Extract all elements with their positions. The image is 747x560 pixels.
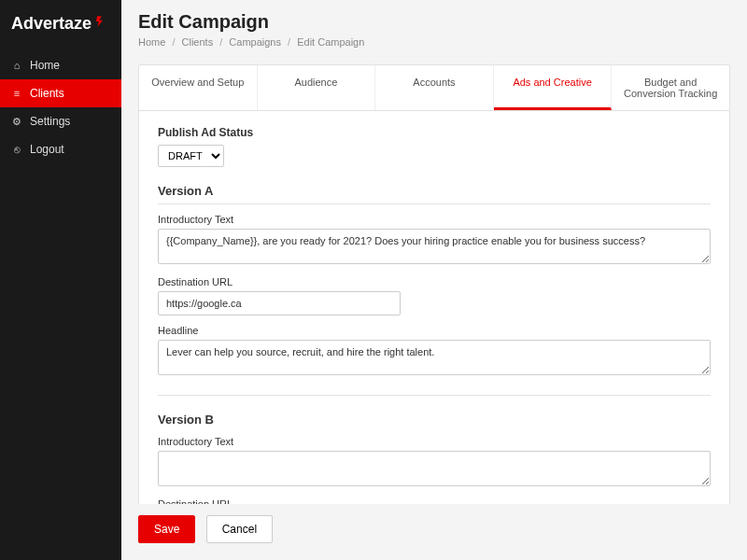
version-b-title: Version B: [158, 413, 711, 427]
breadcrumb-link[interactable]: Campaigns: [229, 36, 281, 48]
url-label-a: Destination URL: [158, 276, 711, 287]
intro-label-a: Introductory Text: [158, 214, 711, 225]
list-icon: ≡: [11, 88, 22, 99]
footer: Save Cancel: [121, 504, 747, 560]
save-button[interactable]: Save: [138, 515, 195, 543]
headline-label-a: Headline: [158, 325, 711, 336]
sidebar-item-label: Clients: [30, 87, 64, 100]
divider: [158, 203, 711, 204]
home-icon: ⌂: [11, 60, 22, 71]
headline-a[interactable]: Lever can help you source, recruit, and …: [158, 340, 711, 375]
breadcrumb-sep: /: [219, 36, 222, 48]
gear-icon: ⚙: [11, 116, 22, 128]
status-select[interactable]: DRAFT: [158, 145, 224, 167]
nav: ⌂ Home ≡ Clients ⚙ Settings ⎋ Logout: [0, 51, 121, 163]
tab-overview[interactable]: Overview and Setup: [139, 65, 258, 110]
tabs: Overview and Setup Audience Accounts Ads…: [139, 65, 729, 111]
tab-audience[interactable]: Audience: [258, 65, 376, 110]
divider: [158, 395, 711, 396]
content: Overview and Setup Audience Accounts Ads…: [121, 55, 747, 504]
breadcrumb-sep: /: [172, 36, 175, 48]
brand-name: Advertaze: [11, 14, 92, 34]
bolt-icon: [93, 13, 106, 35]
status-label: Publish Ad Status: [158, 126, 711, 139]
card: Overview and Setup Audience Accounts Ads…: [138, 64, 730, 504]
breadcrumb-current: Edit Campaign: [297, 36, 364, 48]
tab-budget-tracking[interactable]: Budget and Conversion Tracking: [612, 65, 729, 110]
breadcrumb-sep: /: [288, 36, 290, 48]
breadcrumb-link[interactable]: Home: [138, 36, 165, 48]
form-area: Publish Ad Status DRAFT Version A Introd…: [139, 111, 729, 504]
sidebar-item-label: Logout: [30, 143, 64, 156]
sidebar-item-logout[interactable]: ⎋ Logout: [0, 135, 121, 163]
tab-ads-creative[interactable]: Ads and Creative: [494, 65, 613, 110]
sidebar-item-clients[interactable]: ≡ Clients: [0, 79, 121, 107]
sidebar-item-home[interactable]: ⌂ Home: [0, 51, 121, 79]
main: Edit Campaign Home / Clients / Campaigns…: [121, 0, 747, 560]
page-title: Edit Campaign: [138, 11, 730, 33]
sidebar-item-label: Home: [30, 59, 60, 72]
sidebar-item-label: Settings: [30, 115, 70, 128]
tab-accounts[interactable]: Accounts: [375, 65, 494, 110]
url-input-a[interactable]: [158, 291, 401, 315]
brand: Advertaze: [0, 0, 121, 48]
breadcrumb: Home / Clients / Campaigns / Edit Campai…: [138, 36, 730, 48]
cancel-button[interactable]: Cancel: [206, 515, 273, 543]
logout-icon: ⎋: [11, 144, 22, 155]
breadcrumb-link[interactable]: Clients: [182, 36, 214, 48]
intro-label-b: Introductory Text: [158, 436, 711, 447]
version-a-title: Version A: [158, 184, 711, 198]
intro-text-b[interactable]: [158, 451, 711, 486]
intro-text-a[interactable]: {{Company_Name}}, are you ready for 2021…: [158, 229, 711, 264]
sidebar: Advertaze ⌂ Home ≡ Clients ⚙ Settings ⎋ …: [0, 0, 121, 560]
page-header: Edit Campaign Home / Clients / Campaigns…: [121, 0, 747, 55]
sidebar-item-settings[interactable]: ⚙ Settings: [0, 107, 121, 135]
